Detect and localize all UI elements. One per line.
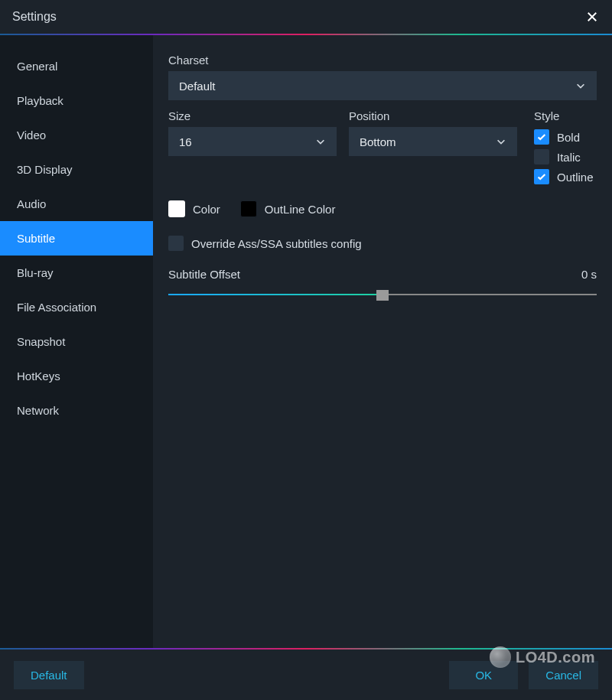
chevron-down-icon	[496, 136, 506, 147]
ok-button-label: OK	[475, 669, 492, 682]
sidebar-item-label: 3D Display	[17, 163, 73, 176]
sidebar-item-label: Snapshot	[17, 335, 65, 348]
sidebar-item-subtitle[interactable]: Subtitle	[0, 221, 153, 256]
sidebar-item-label: File Association	[17, 301, 96, 314]
checkbox-icon	[534, 129, 549, 145]
sidebar-item-label: HotKeys	[17, 370, 60, 383]
chevron-down-icon	[315, 136, 326, 147]
header-divider	[0, 34, 612, 35]
charset-select[interactable]: Default	[168, 71, 597, 100]
override-label: Override Ass/SSA subtitles config	[191, 237, 362, 250]
color-label: Color	[193, 203, 220, 216]
override-subtitles-checkbox[interactable]: Override Ass/SSA subtitles config	[168, 226, 597, 246]
close-button[interactable]	[584, 9, 600, 24]
checkbox-icon	[168, 236, 184, 251]
style-bold-checkbox[interactable]: Bold	[534, 127, 597, 147]
sidebar-item-label: Subtitle	[17, 232, 55, 245]
style-italic-label: Italic	[557, 151, 581, 164]
sidebar-item-label: Blu-ray	[17, 266, 54, 279]
window-title: Settings	[12, 10, 57, 24]
style-italic-checkbox[interactable]: Italic	[534, 147, 597, 167]
offset-slider[interactable]	[168, 288, 597, 301]
sidebar-item-label: Video	[17, 129, 46, 142]
position-label: Position	[349, 109, 517, 122]
size-select[interactable]: 16	[168, 127, 337, 156]
outline-color-label: OutLine Color	[265, 203, 336, 216]
sidebar-item-file-association[interactable]: File Association	[0, 290, 153, 324]
sidebar-item-label: General	[17, 60, 57, 73]
ok-button[interactable]: OK	[449, 661, 518, 689]
position-value: Bottom	[360, 135, 396, 148]
outline-color-swatch[interactable]	[240, 200, 257, 217]
sidebar-item-bluray[interactable]: Blu-ray	[0, 256, 153, 290]
charset-label: Charset	[168, 54, 597, 67]
size-label: Size	[168, 109, 337, 122]
sidebar-item-snapshot[interactable]: Snapshot	[0, 324, 153, 359]
sidebar-item-playback[interactable]: Playback	[0, 83, 153, 118]
settings-content: Charset Default Size 16 Position Bottom	[153, 35, 612, 648]
sidebar-item-hotkeys[interactable]: HotKeys	[0, 359, 153, 393]
settings-sidebar: General Playback Video 3D Display Audio …	[0, 35, 153, 648]
sidebar-item-audio[interactable]: Audio	[0, 187, 153, 221]
charset-value: Default	[179, 80, 216, 93]
cancel-button-label: Cancel	[545, 669, 581, 682]
sidebar-item-label: Audio	[17, 197, 46, 210]
slider-thumb[interactable]	[376, 290, 389, 301]
sidebar-item-video[interactable]: Video	[0, 118, 153, 152]
position-select[interactable]: Bottom	[349, 127, 517, 156]
offset-value: 0 s	[581, 268, 597, 281]
sidebar-item-network[interactable]: Network	[0, 393, 153, 428]
subtitle-color-swatch[interactable]	[168, 200, 185, 217]
default-button-label: Default	[31, 669, 67, 682]
sidebar-item-3d-display[interactable]: 3D Display	[0, 152, 153, 187]
chevron-down-icon	[575, 80, 586, 91]
style-bold-label: Bold	[557, 131, 580, 144]
footer-divider	[0, 648, 612, 650]
sidebar-item-general[interactable]: General	[0, 49, 153, 83]
default-button[interactable]: Default	[14, 661, 84, 689]
style-outline-checkbox[interactable]: Outline	[534, 167, 597, 187]
sidebar-item-label: Network	[17, 404, 59, 417]
sidebar-item-label: Playback	[17, 94, 63, 107]
style-label: Style	[534, 109, 597, 122]
offset-label: Subtitle Offset	[168, 268, 240, 281]
cancel-button[interactable]: Cancel	[529, 661, 598, 689]
checkbox-icon	[534, 149, 549, 164]
style-outline-label: Outline	[557, 171, 594, 184]
close-icon	[587, 11, 597, 22]
size-value: 16	[179, 135, 192, 148]
checkbox-icon	[534, 169, 549, 184]
